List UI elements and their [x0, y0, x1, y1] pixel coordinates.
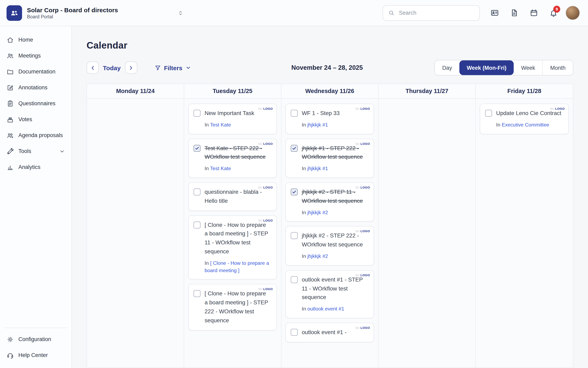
event-context: In jhjkkjk #2 [302, 253, 367, 260]
day-header-wednesday-11-26: Wednesday 11/26 [281, 84, 379, 98]
view-switcher: DayWeek (Mon-Fri)WeekMonth [435, 60, 573, 75]
search-box[interactable] [383, 5, 480, 21]
annotations-icon [7, 84, 14, 91]
sidebar-item-documentation[interactable]: Documentation [0, 64, 71, 80]
event-card[interactable]: outlook event #1 - SULOGO [285, 323, 374, 342]
workspace-badge: SULOGO [258, 186, 273, 189]
event-context-link[interactable]: jhjkkjk #2 [307, 210, 328, 215]
today-button[interactable]: Today [103, 64, 121, 71]
event-checkbox[interactable] [194, 145, 200, 152]
event-checkbox[interactable] [194, 188, 200, 195]
date-range-title: November 24 – 28, 2025 [291, 64, 363, 71]
event-card[interactable]: [ Clone - How to prepare a board meeting… [188, 215, 277, 280]
day-column-tuesday-11-25: New Important Task In Test Kate SULOGO T… [184, 99, 281, 368]
event-checkbox[interactable] [291, 232, 298, 239]
sidebar-item-meetings[interactable]: Meetings [0, 48, 71, 64]
app: Solar Corp - Board of directors Board Po… [0, 0, 588, 368]
event-checkbox[interactable] [291, 329, 298, 336]
event-title: Test Kate - STEP 222 - WOrkflow test seq… [205, 144, 270, 162]
day-header-monday-11-24: Monday 11/24 [87, 84, 184, 98]
event-context-link[interactable]: jhjkkjk #1 [307, 122, 328, 128]
event-card[interactable]: jhjkkjk #2 - STEP 222 - WOrkflow test se… [285, 226, 374, 266]
event-context: In jhjkkjk #2 [302, 209, 367, 216]
event-title: [ Clone - How to prepare a board meeting… [205, 221, 270, 256]
event-card[interactable]: Test Kate - STEP 222 - WOrkflow test seq… [188, 138, 277, 178]
user-avatar[interactable] [566, 6, 580, 20]
event-context-link[interactable]: jhjkkjk #1 [307, 166, 328, 171]
id-card-icon [490, 9, 499, 17]
search-icon [388, 9, 395, 16]
event-checkbox[interactable] [194, 290, 200, 297]
event-title: [ Clone - How to prepare a board meeting… [205, 289, 270, 325]
workspace-badge: SULOGO [355, 142, 370, 146]
notifications-button[interactable]: 9 [545, 5, 561, 21]
sidebar-item-questionnaires[interactable]: Questionnaires [0, 95, 71, 111]
calendar-button[interactable] [526, 5, 542, 21]
event-checkbox[interactable] [194, 110, 200, 117]
event-context: In outlook event #1 [302, 306, 367, 313]
workspace-badge: SULOGO [258, 219, 273, 222]
workspace-badge: SULOGO [258, 287, 273, 291]
sidebar-item-label: Tools [18, 148, 31, 154]
view-option-week[interactable]: Week [514, 60, 542, 75]
event-context-link[interactable]: Executive Committee [502, 122, 549, 128]
view-option-week-mon-fri[interactable]: Week (Mon-Fri) [459, 60, 514, 75]
event-checkbox[interactable] [485, 110, 492, 117]
workspace-badge: SULOGO [355, 186, 370, 189]
event-card[interactable]: [ Clone - How to prepare a board meeting… [188, 284, 277, 330]
view-option-month[interactable]: Month [542, 60, 573, 75]
event-card[interactable]: jhjkkjk #2 - STEP 11 - WOrkflow test seq… [285, 182, 374, 222]
sidebar-footer-nav: Configuration Help Center [0, 331, 71, 363]
org-switcher-button[interactable] [175, 8, 186, 18]
sidebar-item-home[interactable]: Home [0, 32, 71, 48]
search-input[interactable] [398, 9, 474, 16]
event-checkbox[interactable] [291, 276, 298, 283]
event-card[interactable]: Update Leno Cie Contract In Executive Co… [480, 104, 569, 134]
sidebar-item-votes[interactable]: Votes [0, 111, 71, 127]
event-checkbox[interactable] [291, 188, 298, 195]
next-week-button[interactable] [125, 62, 137, 74]
prev-week-button[interactable] [86, 62, 99, 74]
analytics-icon [7, 163, 14, 171]
contacts-button[interactable] [486, 5, 503, 21]
sidebar: Home Meetings Documentation Annotations … [0, 26, 72, 368]
day-header-tuesday-11-25: Tuesday 11/25 [184, 84, 281, 98]
sidebar-item-label: Annotations [18, 84, 47, 91]
event-context-link[interactable]: outlook event #1 [307, 306, 344, 312]
documents-button[interactable] [506, 5, 522, 21]
event-card[interactable]: WF 1 - Step 33 In jhjkkjk #1 SULOGO [285, 104, 374, 134]
sidebar-item-configuration[interactable]: Configuration [0, 331, 71, 347]
chevron-updown-icon [177, 9, 184, 16]
event-card[interactable]: outlook event #1 - STEP 11 - WOrkflow te… [285, 270, 374, 318]
event-checkbox[interactable] [291, 145, 298, 152]
event-checkbox[interactable] [194, 221, 200, 228]
day-column-friday-11-28: Update Leno Cie Contract In Executive Co… [476, 99, 573, 368]
org-title: Solar Corp - Board of directors [27, 7, 118, 13]
sidebar-item-label: Configuration [18, 336, 51, 342]
sidebar-item-analytics[interactable]: Analytics [0, 159, 71, 175]
event-context: In Test Kate [205, 122, 270, 129]
page-title: Calendar [86, 40, 573, 51]
event-title: jhjkkjk #1 - STEP 222 - WOrkflow test se… [302, 144, 367, 162]
sidebar-item-agenda-proposals[interactable]: Agenda proposals [0, 127, 71, 143]
event-context-link[interactable]: [ Clone - How to prepare a board meeting… [205, 260, 269, 273]
filters-button[interactable]: Filters [154, 64, 191, 71]
day-column-wednesday-11-26: WF 1 - Step 33 In jhjkkjk #1 SULOGO jhjk… [281, 99, 379, 368]
header-actions: 9 [486, 5, 561, 21]
sidebar-item-tools[interactable]: Tools [0, 143, 71, 159]
home-icon [7, 36, 14, 44]
sidebar-divider [5, 328, 66, 328]
sidebar-item-label: Meetings [18, 53, 41, 59]
sidebar-item-annotations[interactable]: Annotations [0, 80, 71, 95]
event-card[interactable]: questionnaire - blabla - Hello title SUL… [188, 182, 277, 211]
sidebar-item-label: Home [18, 37, 33, 43]
event-context-link[interactable]: Test Kate [210, 166, 231, 171]
sidebar-item-help-center[interactable]: Help Center [0, 347, 71, 363]
event-card[interactable]: New Important Task In Test Kate SULOGO [188, 104, 277, 134]
view-option-day[interactable]: Day [435, 60, 459, 75]
event-context-link[interactable]: jhjkkjk #2 [307, 253, 328, 259]
sidebar-item-label: Votes [18, 116, 32, 122]
event-card[interactable]: jhjkkjk #1 - STEP 222 - WOrkflow test se… [285, 138, 374, 178]
event-checkbox[interactable] [291, 110, 298, 117]
event-context-link[interactable]: Test Kate [210, 122, 231, 128]
